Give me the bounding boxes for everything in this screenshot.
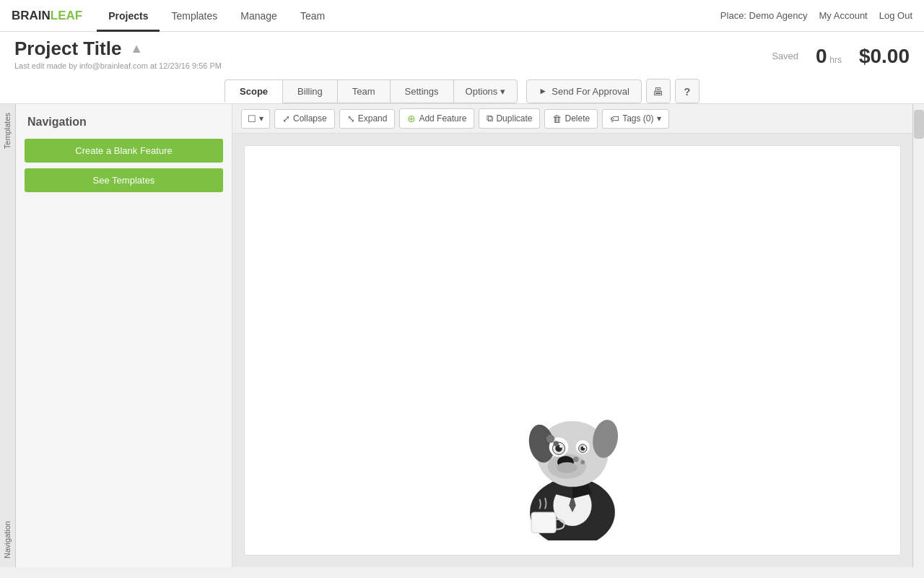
tags-button[interactable]: 🏷 Tags (0) ▾ [602,109,668,129]
collapse-icon: ⤢ [282,113,290,124]
left-panel: Navigation Create a Blank Feature See Te… [16,104,232,567]
nav-right: Place: Demo Agency My Account Log Out [720,10,912,21]
delete-button[interactable]: 🗑 Delete [544,109,598,129]
side-tabs: Templates Navigation [0,104,16,567]
tab-scope[interactable]: Scope [225,79,283,103]
tags-chevron-icon: ▾ [657,113,661,124]
tab-billing[interactable]: Billing [282,79,338,103]
nav-manage[interactable]: Manage [229,0,289,32]
content-area: ☐ ▾ ⤢ Collapse ⤡ Expand ⊕ Add Feature ⧉ … [232,104,912,567]
print-button[interactable]: 🖶 [646,79,671,103]
svg-point-25 [553,441,559,447]
send-icon: ► [539,86,547,96]
logo: BRAINLEAF [12,9,82,23]
hours-block: 0 hrs [816,46,842,66]
nav-team[interactable]: Team [289,0,336,32]
nav-projects[interactable]: Projects [97,0,160,32]
side-tab-templates[interactable]: Templates [0,104,15,158]
duplicate-button[interactable]: ⧉ Duplicate [479,108,540,129]
nav-links: Projects Templates Manage Team [97,0,720,32]
hours-unit: hrs [829,55,842,65]
project-header: Project Title ▲ Last edit made by info@b… [0,32,924,104]
logo-brain: BRAIN [12,9,51,23]
tab-settings[interactable]: Settings [390,79,454,103]
svg-point-18 [573,457,579,462]
see-templates-button[interactable]: See Templates [25,168,223,192]
select-dropdown[interactable]: ☐ ▾ [241,109,270,129]
top-navigation: BRAINLEAF Projects Templates Manage Team… [0,0,924,32]
add-feature-button[interactable]: ⊕ Add Feature [399,108,474,129]
dog-illustration [504,374,641,540]
scrollbar[interactable] [912,104,924,567]
tab-options[interactable]: Options ▾ [453,79,518,103]
logo-leaf: LEAF [51,9,82,23]
expand-button[interactable]: ⤡ Expand [339,109,396,129]
expand-icon: ⤡ [347,113,355,124]
svg-point-17 [583,446,585,448]
collapse-arrow[interactable]: ▲ [130,41,143,56]
dropdown-arrow-icon: ▾ [259,113,263,124]
add-icon: ⊕ [407,113,416,124]
saved-label: Saved [772,51,798,61]
svg-point-19 [580,460,585,465]
collapse-button[interactable]: ⤢ Collapse [274,109,335,129]
nav-templates[interactable]: Templates [160,0,229,32]
help-icon: ? [684,85,690,98]
panel-title: Navigation [25,116,223,129]
project-meta: Last edit made by info@brainleaf.com at … [14,61,222,70]
help-button[interactable]: ? [675,79,699,103]
main-body: Templates Navigation Navigation Create a… [0,104,924,567]
tag-icon: 🏷 [610,113,619,124]
create-blank-feature-button[interactable]: Create a Blank Feature [25,139,223,163]
chevron-down-icon: ▾ [500,86,505,97]
checkbox-icon: ☐ [248,113,256,124]
logout-link[interactable]: Log Out [879,10,912,21]
duplicate-icon: ⧉ [487,113,493,124]
svg-point-20 [557,462,578,473]
agency-label: Place: Demo Agency [720,10,808,21]
svg-point-24 [546,435,554,443]
send-approval-button[interactable]: ► Send For Approval [526,79,642,103]
tab-team[interactable]: Team [337,79,391,103]
cost-value: $0.00 [859,45,910,68]
side-tab-navigation[interactable]: Navigation [0,512,15,567]
trash-icon: 🗑 [552,113,562,124]
print-icon: 🖶 [653,85,663,98]
toolbar: ☐ ▾ ⤢ Collapse ⤡ Expand ⊕ Add Feature ⧉ … [232,104,912,134]
project-title: Project Title [14,38,121,60]
svg-rect-23 [531,512,556,533]
svg-point-13 [559,445,562,448]
whiteboard [244,145,901,556]
my-account-link[interactable]: My Account [819,10,868,21]
hours-value: 0 [816,45,827,67]
